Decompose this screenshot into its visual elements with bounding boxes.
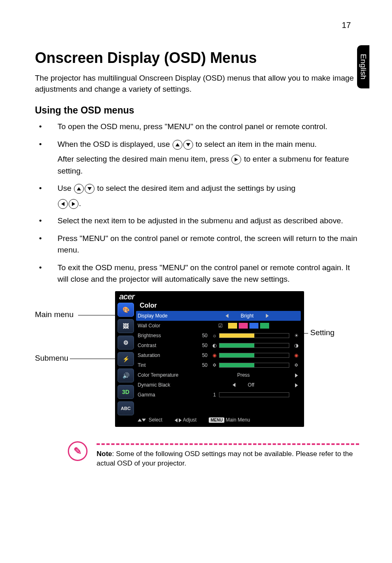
- language-tab: English: [357, 45, 369, 88]
- left-arrow-icon: [175, 418, 178, 422]
- row-tint[interactable]: Tint 50 ✡ ✡: [138, 360, 301, 370]
- language-tab-label: English: [359, 54, 368, 79]
- saturation-low-icon: ◉: [210, 352, 219, 358]
- footer-select-label: Select: [149, 417, 162, 423]
- value-tint: 50: [195, 362, 210, 368]
- tint-low-icon: ✡: [210, 362, 219, 368]
- intro-paragraph: The projector has multilingual Onscreen …: [35, 73, 359, 95]
- right-arrow-icon: [69, 199, 78, 209]
- instructions-list: To open the OSD menu, press "MENU" on th…: [35, 121, 359, 285]
- note-text: Note: Some of the following OSD settings…: [97, 449, 359, 469]
- footer-main-menu: MENU Main Menu: [209, 417, 250, 423]
- footer-adjust: Adjust: [175, 417, 196, 423]
- value-saturation: 50: [195, 352, 210, 358]
- slider-gamma[interactable]: [219, 392, 289, 397]
- page-number: 17: [342, 21, 351, 30]
- down-arrow-icon: [142, 419, 146, 422]
- down-arrow-icon: [85, 184, 95, 194]
- bullet-2-text-b: to select an item in the main menu.: [196, 140, 317, 148]
- label-display-mode: Display Mode: [138, 313, 195, 319]
- value-display-mode: Bright: [241, 313, 254, 319]
- left-arrow-icon[interactable]: [233, 383, 235, 387]
- footer-select: Select: [138, 417, 162, 423]
- row-color-temperature[interactable]: Color Temperature Press: [138, 370, 301, 380]
- osd-brand-logo: acer: [119, 292, 134, 301]
- sidebar-item-management[interactable]: ⚡: [118, 352, 134, 366]
- right-arrow-icon: [179, 418, 182, 422]
- menu-badge: MENU: [209, 417, 224, 423]
- label-saturation: Saturation: [138, 352, 195, 358]
- sidebar-item-color[interactable]: 🎨: [118, 303, 134, 317]
- label-tint: Tint: [138, 362, 195, 368]
- callout-setting: Setting: [310, 328, 334, 337]
- sidebar-item-setting[interactable]: ⚙: [118, 336, 134, 350]
- page-title: Onscreen Display (OSD) Menus: [35, 49, 359, 67]
- up-arrow-icon: [173, 140, 182, 150]
- swatch-pink[interactable]: [239, 323, 248, 329]
- right-arrow-icon[interactable]: [295, 373, 298, 378]
- sidebar-item-image[interactable]: 🖼: [118, 319, 134, 333]
- callout-main-menu-label: Main menu: [35, 310, 74, 319]
- bullet-3-text-b: to select the desired item and adjust th…: [97, 184, 295, 192]
- callout-main-menu: Main menu: [35, 310, 74, 319]
- value-color-temperature: Press: [195, 372, 292, 378]
- swatch-blue[interactable]: [249, 323, 258, 329]
- wall-color-swatches[interactable]: [228, 323, 269, 329]
- note-body: : Some of the following OSD settings may…: [97, 450, 353, 468]
- footer-adjust-label: Adjust: [183, 417, 196, 423]
- right-arrow-icon: [231, 155, 241, 164]
- saturation-high-icon: ◉: [292, 352, 301, 358]
- slider-brightness[interactable]: [219, 333, 289, 338]
- down-arrow-icon: [183, 140, 193, 150]
- row-display-mode[interactable]: Display Mode Bright: [136, 311, 301, 321]
- value-dynamic-black: Off: [248, 382, 254, 388]
- sidebar-item-audio[interactable]: 🔊: [118, 368, 134, 382]
- osd-panel: acer 🎨 🖼 ⚙ ⚡ 🔊 3D ABC Color Display Mode…: [115, 291, 304, 427]
- brightness-low-icon: ☼: [210, 333, 219, 338]
- callout-submenu-label: Submenu: [35, 354, 68, 362]
- slider-saturation[interactable]: [219, 353, 289, 358]
- note-divider: [97, 443, 359, 445]
- callout-submenu: Submenu: [35, 354, 68, 363]
- row-brightness[interactable]: Brightness 50 ☼ ☀: [138, 331, 301, 341]
- row-saturation[interactable]: Saturation 50 ◉ ◉: [138, 350, 301, 360]
- swatch-yellow[interactable]: [228, 323, 237, 329]
- left-arrow-icon[interactable]: [226, 314, 228, 318]
- value-gamma: 1: [210, 392, 219, 398]
- bullet-3-text-c: .: [79, 199, 81, 208]
- label-dynamic-black: Dynamic Black: [138, 382, 195, 388]
- value-contrast: 50: [195, 343, 210, 348]
- label-contrast: Contrast: [138, 343, 195, 348]
- slider-tint[interactable]: [219, 363, 289, 368]
- row-gamma[interactable]: Gamma 1: [138, 390, 301, 400]
- osd-footer: Select Adjust MENU Main Menu: [138, 417, 300, 423]
- label-wall-color: Wall Color: [138, 323, 195, 329]
- bullet-3-text-a: Use: [58, 184, 74, 192]
- brightness-high-icon: ☀: [292, 333, 301, 338]
- page: 17 English Onscreen Display (OSD) Menus …: [0, 0, 392, 563]
- row-dynamic-black[interactable]: Dynamic Black Off: [138, 380, 301, 390]
- value-brightness: 50: [195, 333, 210, 338]
- bullet-2-text-a: When the OSD is displayed, use: [58, 140, 172, 148]
- note-label: Note: [97, 450, 112, 458]
- section-heading: Using the OSD menus: [35, 105, 359, 116]
- bullet-6: To exit the OSD menu, press "MENU" on th…: [35, 262, 359, 285]
- bullet-1: To open the OSD menu, press "MENU" on th…: [35, 121, 359, 133]
- bullet-4: Select the next item to be adjusted in t…: [35, 215, 359, 227]
- label-brightness: Brightness: [138, 333, 195, 338]
- callout-setting-label: Setting: [310, 328, 334, 337]
- bullet-3: Use to select the desired item and adjus…: [35, 183, 359, 209]
- row-wall-color[interactable]: Wall Color ☑: [138, 321, 301, 331]
- osd-sidebar: 🎨 🖼 ⚙ ⚡ 🔊 3D ABC: [118, 303, 135, 418]
- swatch-green[interactable]: [260, 323, 269, 329]
- right-arrow-icon[interactable]: [295, 383, 298, 387]
- left-arrow-icon: [58, 199, 68, 209]
- label-color-temperature: Color Temperature: [138, 372, 195, 378]
- right-arrow-icon[interactable]: [266, 314, 269, 318]
- contrast-high-icon: ◑: [292, 343, 301, 348]
- row-contrast[interactable]: Contrast 50 ◐ ◑: [138, 341, 301, 350]
- sidebar-item-language[interactable]: ABC: [118, 401, 134, 415]
- sidebar-item-3d[interactable]: 3D: [118, 385, 134, 399]
- up-arrow-icon: [74, 184, 84, 194]
- slider-contrast[interactable]: [219, 343, 289, 348]
